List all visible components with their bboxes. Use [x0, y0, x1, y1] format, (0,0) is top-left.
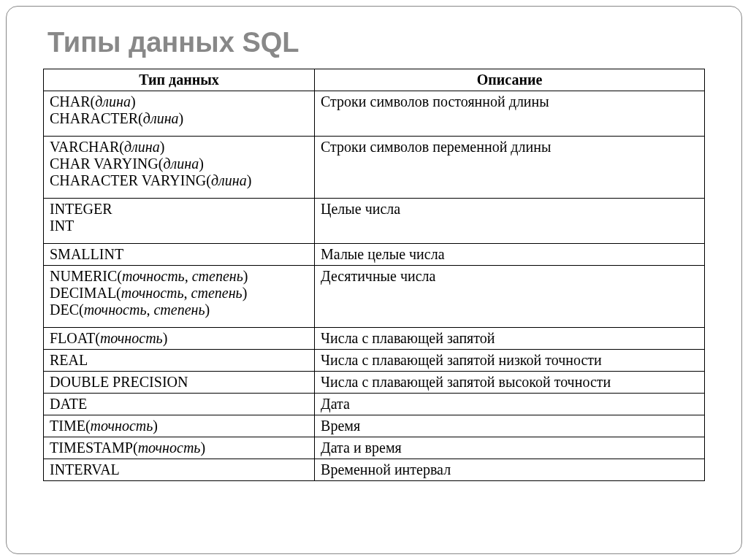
description-cell: Числа с плавающей запятой низкой точност… — [315, 350, 705, 372]
type-cell: INTEGERINT — [44, 199, 315, 244]
table-row: DATEДата — [44, 394, 705, 415]
type-name: INTEGER — [50, 201, 308, 218]
type-cell: REAL — [44, 350, 315, 372]
table-row: REALЧисла с плавающей запятой низкой точ… — [44, 350, 705, 372]
table-row: INTERVALВременной интервал — [44, 459, 705, 481]
description-cell: Строки символов постоянной длины — [315, 91, 705, 137]
description-cell: Числа с плавающей запятой высокой точнос… — [315, 372, 705, 394]
description-cell: Десятичные числа — [315, 266, 705, 328]
table-row: SMALLINTМалые целые числа — [44, 244, 705, 266]
type-name: TIME(точность) — [50, 418, 308, 434]
type-cell: DOUBLE PRECISION — [44, 372, 315, 394]
type-name: DECIMAL(точность, степень) — [50, 285, 308, 302]
type-cell: CHAR(длина)CHARACTER(длина) — [44, 91, 315, 137]
table-row: INTEGERINTЦелые числа — [44, 199, 705, 244]
table-row: FLOAT(точность)Числа с плавающей запятой — [44, 328, 705, 350]
type-cell: SMALLINT — [44, 244, 315, 266]
description-cell: Малые целые числа — [315, 244, 705, 266]
type-cell: TIMESTAMP(точность) — [44, 437, 315, 459]
description-cell: Числа с плавающей запятой — [315, 328, 705, 350]
type-name: CHAR(длина) — [50, 93, 308, 110]
header-type: Тип данных — [44, 69, 315, 91]
type-name: TIMESTAMP(точность) — [50, 440, 308, 456]
type-name: REAL — [50, 352, 308, 369]
table-row: VARCHAR(длина)CHAR VARYING(длина)CHARACT… — [44, 137, 705, 199]
description-cell: Целые числа — [315, 199, 705, 244]
type-name: CHARACTER(длина) — [50, 110, 308, 127]
type-cell: FLOAT(точность) — [44, 328, 315, 350]
description-cell: Дата и время — [315, 437, 705, 459]
type-name: VARCHAR(длина) — [50, 139, 308, 156]
type-name: FLOAT(точность) — [50, 330, 308, 347]
type-name: INTERVAL — [50, 461, 308, 478]
type-cell: INTERVAL — [44, 459, 315, 481]
type-name: NUMERIC(точность, степень) — [50, 268, 308, 285]
type-name: INT — [50, 218, 308, 234]
type-name: SMALLINT — [50, 246, 308, 263]
table-row: CHAR(длина)CHARACTER(длина)Строки символ… — [44, 91, 705, 137]
table-row: TIME(точность)Время — [44, 415, 705, 437]
description-cell: Дата — [315, 394, 705, 415]
type-cell: VARCHAR(длина)CHAR VARYING(длина)CHARACT… — [44, 137, 315, 199]
table-row: DOUBLE PRECISIONЧисла с плавающей запято… — [44, 372, 705, 394]
data-types-table: Тип данных Описание CHAR(длина)CHARACTER… — [43, 69, 705, 481]
description-cell: Время — [315, 415, 705, 437]
type-name: CHAR VARYING(длина) — [50, 156, 308, 172]
type-cell: TIME(точность) — [44, 415, 315, 437]
table-row: NUMERIC(точность, степень)DECIMAL(точнос… — [44, 266, 705, 328]
description-cell: Строки символов переменной длины — [315, 137, 705, 199]
type-name: CHARACTER VARYING(длина) — [50, 172, 308, 189]
type-cell: DATE — [44, 394, 315, 415]
type-cell: NUMERIC(точность, степень)DECIMAL(точнос… — [44, 266, 315, 328]
slide-frame: Типы данных SQL Тип данных Описание CHAR… — [6, 6, 742, 554]
table-row: TIMESTAMP(точность)Дата и время — [44, 437, 705, 459]
page-title: Типы данных SQL — [47, 27, 705, 58]
type-name: DATE — [50, 396, 308, 413]
description-cell: Временной интервал — [315, 459, 705, 481]
type-name: DEC(точность, степень) — [50, 302, 308, 318]
table-header-row: Тип данных Описание — [44, 69, 705, 91]
header-description: Описание — [315, 69, 705, 91]
type-name: DOUBLE PRECISION — [50, 374, 308, 391]
